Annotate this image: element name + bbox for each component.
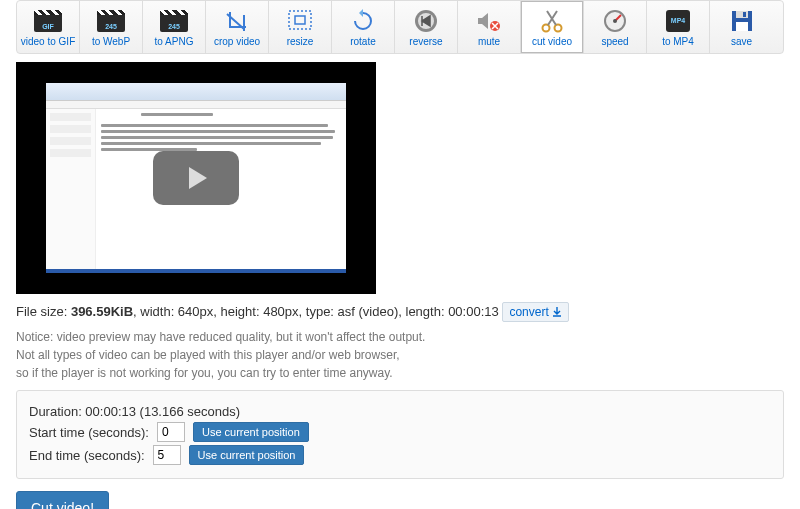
svg-rect-0 xyxy=(289,11,311,29)
start-time-label: Start time (seconds): xyxy=(29,425,149,440)
tool-to-mp4[interactable]: MP4to MP4 xyxy=(647,1,710,53)
start-time-input[interactable] xyxy=(157,422,185,442)
mute-icon xyxy=(475,8,503,34)
tool-label: to WebP xyxy=(92,36,130,47)
tool-reverse[interactable]: reverse xyxy=(395,1,458,53)
tool-label: cut video xyxy=(532,36,572,47)
notice-line: Notice: video preview may have reduced q… xyxy=(16,328,784,346)
svg-point-6 xyxy=(555,24,562,31)
mp4-icon: MP4 xyxy=(664,8,692,34)
tool-label: to APNG xyxy=(155,36,194,47)
notice-text: Notice: video preview may have reduced q… xyxy=(16,328,784,382)
tool-resize[interactable]: resize xyxy=(269,1,332,53)
file-info: File size: 396.59KiB, width: 640px, heig… xyxy=(16,302,784,322)
toolbar: video to GIF to WebP to APNG crop video … xyxy=(16,0,784,54)
file-info-rest: , width: 640px, height: 480px, type: asf… xyxy=(133,304,499,319)
rotate-icon xyxy=(349,8,377,34)
tool-to-webp[interactable]: to WebP xyxy=(80,1,143,53)
tool-label: rotate xyxy=(350,36,376,47)
duration-heading: Duration: 00:00:13 (13.166 seconds) xyxy=(29,404,771,419)
tool-label: crop video xyxy=(214,36,260,47)
clapper-icon xyxy=(160,8,188,34)
tool-to-apng[interactable]: to APNG xyxy=(143,1,206,53)
convert-label: convert xyxy=(509,305,548,319)
svg-rect-1 xyxy=(295,16,305,24)
tool-mute[interactable]: mute xyxy=(458,1,521,53)
svg-point-5 xyxy=(543,24,550,31)
download-icon xyxy=(552,307,562,317)
crop-icon xyxy=(223,8,251,34)
end-time-label: End time (seconds): xyxy=(29,448,145,463)
tool-label: resize xyxy=(287,36,314,47)
tool-rotate[interactable]: rotate xyxy=(332,1,395,53)
tool-label: reverse xyxy=(409,36,442,47)
clapper-icon xyxy=(34,8,62,34)
convert-button[interactable]: convert xyxy=(502,302,568,322)
notice-line: Not all types of video can be played wit… xyxy=(16,346,784,364)
tool-video-to-gif[interactable]: video to GIF xyxy=(17,1,80,53)
video-area xyxy=(16,62,784,294)
tool-label: save xyxy=(731,36,752,47)
tool-label: video to GIF xyxy=(21,36,75,47)
cut-video-button[interactable]: Cut video! xyxy=(16,491,109,509)
use-current-start-button[interactable]: Use current position xyxy=(193,422,309,442)
video-player[interactable] xyxy=(16,62,376,294)
file-size-prefix: File size: xyxy=(16,304,71,319)
tool-cut-video[interactable]: cut video xyxy=(521,1,584,53)
save-icon xyxy=(728,8,756,34)
tool-label: mute xyxy=(478,36,500,47)
svg-rect-10 xyxy=(736,11,748,18)
tool-label: speed xyxy=(601,36,628,47)
tool-save[interactable]: save xyxy=(710,1,773,53)
tool-label: to MP4 xyxy=(662,36,694,47)
reverse-icon xyxy=(412,8,440,34)
resize-icon xyxy=(286,8,314,34)
svg-rect-12 xyxy=(743,12,746,17)
notice-line: so if the player is not working for you,… xyxy=(16,364,784,382)
scissors-icon xyxy=(538,8,566,34)
tool-speed[interactable]: speed xyxy=(584,1,647,53)
duration-panel: Duration: 00:00:13 (13.166 seconds) Star… xyxy=(16,390,784,479)
svg-point-8 xyxy=(613,19,617,23)
play-icon xyxy=(189,167,207,189)
play-button[interactable] xyxy=(153,151,239,205)
file-size-value: 396.59KiB xyxy=(71,304,133,319)
clapper-icon xyxy=(97,8,125,34)
end-time-input[interactable] xyxy=(153,445,181,465)
speed-icon xyxy=(601,8,629,34)
svg-rect-11 xyxy=(736,22,748,31)
tool-crop-video[interactable]: crop video xyxy=(206,1,269,53)
use-current-end-button[interactable]: Use current position xyxy=(189,445,305,465)
